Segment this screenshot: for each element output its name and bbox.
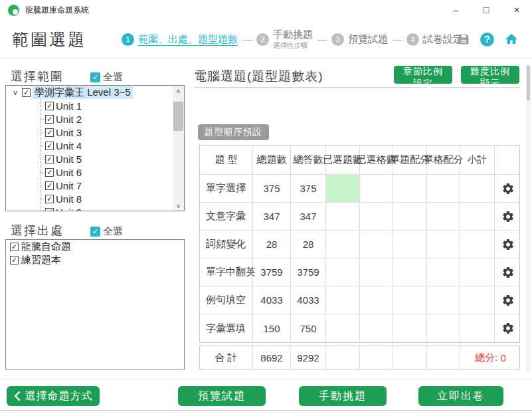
checkbox-icon[interactable]: ✓ <box>45 102 54 110</box>
tree-node-unit[interactable]: ✓Unit 6 <box>41 165 173 179</box>
checkbox-icon[interactable]: ✓ <box>10 243 19 251</box>
checkbox-icon[interactable]: ✓ <box>45 128 54 137</box>
preview-questions-button[interactable]: 預覽試題 <box>178 386 266 406</box>
step-1-label[interactable]: 範圍、出處、題型題數 <box>138 33 238 46</box>
points-per-blank-cell[interactable] <box>427 231 460 259</box>
close-button[interactable]: × <box>501 0 532 20</box>
tree-node-unit[interactable]: ✓Unit 8 <box>41 192 173 205</box>
step-2-labels[interactable]: 手動挑題 選擇性步驟 <box>273 29 313 51</box>
selected-blanks-cell[interactable] <box>360 175 393 203</box>
tree-node-label[interactable]: Unit 8 <box>56 193 82 205</box>
tree-node-root[interactable]: ∨ ✓ 學測字彙王 Level 3~5 <box>6 86 173 99</box>
selected-blanks-cell[interactable] <box>360 231 393 259</box>
tree-node-unit[interactable]: ✓Unit 5 <box>41 152 173 165</box>
tree-node-label[interactable]: Unit 4 <box>56 140 82 152</box>
column-header: 單題配分 <box>393 146 427 175</box>
home-icon[interactable] <box>504 32 519 47</box>
scrollbar-thumb[interactable] <box>527 66 530 100</box>
tree-node-label[interactable]: Unit 6 <box>56 167 82 178</box>
tree-node-unit[interactable]: ✓Unit 3 <box>41 126 173 139</box>
points-per-question-cell[interactable] <box>393 259 427 286</box>
back-to-method-button[interactable]: 選擇命題方式 <box>7 386 100 406</box>
checkbox-icon[interactable]: ✓ <box>10 256 19 264</box>
minimize-button[interactable]: – <box>440 0 471 20</box>
points-per-blank-cell[interactable] <box>427 175 460 203</box>
points-per-blank-cell[interactable] <box>427 314 460 342</box>
tree-node-label[interactable]: Unit 5 <box>56 154 82 165</box>
selected-questions-input[interactable] <box>326 314 360 342</box>
collapse-icon[interactable]: ∨ <box>13 88 22 97</box>
checkbox-icon[interactable]: ✓ <box>22 88 31 97</box>
source-item[interactable]: ✓ 龍騰自命題 <box>6 240 184 253</box>
checkbox-checked-icon[interactable]: ✓ <box>90 72 100 82</box>
checkbox-icon[interactable]: ✓ <box>45 168 54 177</box>
tree-node-unit[interactable]: ✓Unit 7 <box>41 179 173 192</box>
source-item-label[interactable]: 練習題本 <box>21 254 61 266</box>
checkbox-icon[interactable]: ✓ <box>45 142 54 150</box>
step-3-label[interactable]: 預覽試題 <box>348 33 388 46</box>
gear-icon[interactable] <box>501 322 515 335</box>
selected-questions-input[interactable] <box>326 175 360 203</box>
tree-node-label[interactable]: Unit 3 <box>56 127 82 138</box>
source-item-label[interactable]: 龍騰自命題 <box>21 241 71 253</box>
save-icon[interactable] <box>457 33 470 46</box>
row-settings[interactable] <box>495 175 521 203</box>
checkbox-checked-icon[interactable]: ✓ <box>90 227 100 237</box>
gear-icon[interactable] <box>501 182 515 195</box>
tree-node-label[interactable]: Unit 1 <box>56 100 82 112</box>
checkbox-icon[interactable]: ✓ <box>45 115 54 124</box>
gear-icon[interactable] <box>501 266 515 279</box>
row-settings[interactable] <box>495 259 521 286</box>
tree-node-unit[interactable]: ✓Unit 9 <box>41 205 173 211</box>
row-settings[interactable] <box>495 203 521 231</box>
source-select-all[interactable]: ✓ 全選 <box>90 225 123 238</box>
checkbox-icon[interactable]: ✓ <box>45 195 54 203</box>
points-per-blank-cell[interactable] <box>427 286 460 314</box>
tree-node-unit[interactable]: ✓Unit 4 <box>41 139 173 152</box>
selected-questions-input[interactable] <box>326 231 360 259</box>
row-settings[interactable] <box>495 231 521 259</box>
manual-pick-button[interactable]: 手動挑題 <box>299 386 387 406</box>
scroll-up-icon[interactable]: ∧ <box>173 86 184 96</box>
tree-node-unit[interactable]: ✓Unit 1 <box>41 99 173 112</box>
selected-blanks-cell[interactable] <box>360 314 393 342</box>
selected-blanks-cell[interactable] <box>360 286 393 314</box>
tree-node-label[interactable]: Unit 9 <box>56 207 82 211</box>
points-per-blank-cell[interactable] <box>427 259 460 286</box>
gear-icon[interactable] <box>501 294 515 307</box>
selected-blanks-cell[interactable] <box>360 259 393 286</box>
difficulty-ratio-button[interactable]: 難度比例顯示 <box>461 66 519 84</box>
panel-scrollbar[interactable] <box>526 63 531 372</box>
tree-node-unit[interactable]: ✓Unit 2 <box>41 112 173 126</box>
tree-node-label[interactable]: Unit 7 <box>56 180 82 191</box>
chapter-ratio-button[interactable]: 章節比例設定 <box>394 66 452 84</box>
points-per-question-cell[interactable] <box>393 286 427 314</box>
selected-questions-input[interactable] <box>326 203 360 231</box>
tree-root-label[interactable]: 學測字彙王 Level 3~5 <box>33 86 133 99</box>
tree-node-label[interactable]: Unit 2 <box>56 114 82 125</box>
range-select-all[interactable]: ✓ 全選 <box>90 71 123 84</box>
points-per-question-cell[interactable] <box>393 203 427 231</box>
help-icon[interactable]: ? <box>480 33 494 47</box>
selected-blanks-cell[interactable] <box>360 203 393 231</box>
maximize-button[interactable]: □ <box>471 0 501 20</box>
selected-questions-input[interactable] <box>326 259 360 286</box>
generate-paper-button[interactable]: 立即出卷 <box>418 386 503 406</box>
points-per-blank-cell[interactable] <box>427 203 460 231</box>
scroll-down-icon[interactable]: ∨ <box>173 201 184 211</box>
gear-icon[interactable] <box>501 210 515 223</box>
tree-scrollbar[interactable]: ∧ ∨ <box>173 86 184 211</box>
checkbox-icon[interactable]: ✓ <box>45 155 54 163</box>
gear-icon[interactable] <box>501 238 515 251</box>
checkbox-icon[interactable]: ✓ <box>45 181 54 190</box>
source-item[interactable]: ✓ 練習題本 <box>6 253 184 266</box>
checkbox-icon[interactable]: ✓ <box>45 208 54 211</box>
points-per-question-cell[interactable] <box>393 231 427 259</box>
selected-questions-input[interactable] <box>326 286 360 314</box>
row-settings[interactable] <box>495 286 521 314</box>
row-settings[interactable] <box>495 314 521 342</box>
points-per-question-cell[interactable] <box>393 314 427 342</box>
scrollbar-thumb[interactable] <box>173 102 183 131</box>
points-per-question-cell[interactable] <box>393 175 427 203</box>
type-order-preset-button[interactable]: 題型順序預設 <box>198 124 269 140</box>
